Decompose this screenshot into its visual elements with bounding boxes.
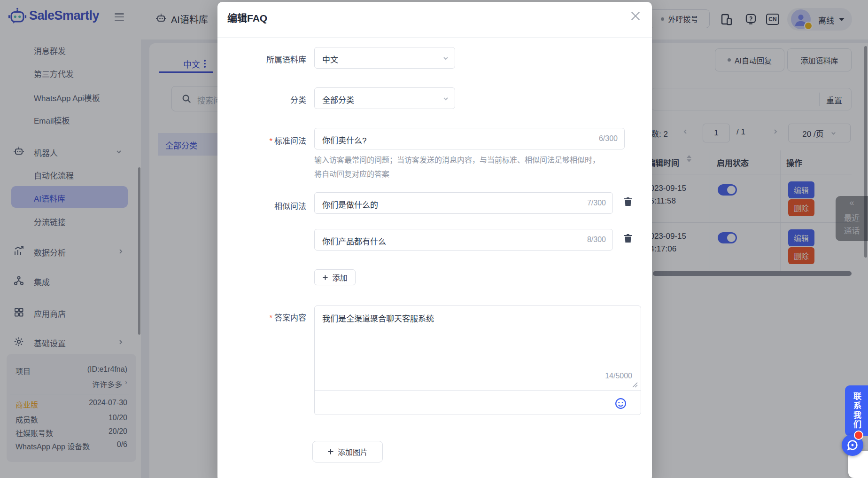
- divider: [315, 390, 641, 391]
- similar-question-label: 相似问法: [225, 200, 306, 212]
- add-similar-question-button[interactable]: 添加: [314, 269, 356, 285]
- edit-faq-modal: 编辑FAQ 所属语料库 中文 分类 全部分类 *标准问法 你们卖什么? 6/30…: [217, 2, 652, 478]
- char-counter: 14/5000: [605, 372, 632, 380]
- corpus-select[interactable]: 中文: [314, 47, 455, 69]
- similar-question-input[interactable]: 你们是做什么的 7/300: [314, 192, 613, 214]
- required-mark: *: [269, 313, 272, 322]
- contact-us-tab[interactable]: 联系我们: [845, 385, 868, 436]
- delete-similar-question-icon[interactable]: [622, 232, 634, 245]
- category-select[interactable]: 全部分类: [314, 87, 455, 109]
- resize-handle-icon[interactable]: [631, 381, 638, 388]
- close-icon[interactable]: [629, 9, 642, 23]
- chevron-down-icon: [442, 55, 449, 62]
- similar-question-input[interactable]: 你们产品都有什么 8/300: [314, 229, 613, 251]
- standard-question-label: *标准问法: [225, 134, 306, 146]
- corpus-field-label: 所属语料库: [225, 53, 306, 65]
- category-field-label: 分类: [225, 94, 306, 105]
- notification-dot: [854, 431, 863, 440]
- char-counter: 7/300: [587, 199, 606, 207]
- delete-similar-question-icon[interactable]: [622, 196, 634, 209]
- app-root: SaleSmartly 消息群发 第三方代发 WhatsApp Api模板 Em…: [0, 0, 868, 478]
- emoji-picker-icon[interactable]: [614, 397, 627, 410]
- plus-icon: [322, 274, 328, 281]
- answer-label: *答案内容: [225, 311, 306, 323]
- char-counter: 6/300: [599, 134, 618, 143]
- plus-icon: [327, 448, 334, 455]
- standard-question-helper: 输入访客最常问的问题；当访客发送的消息内容，与当前标准、相似问法足够相似时， 将…: [314, 153, 620, 181]
- char-counter: 8/300: [587, 235, 606, 244]
- divider: [217, 37, 652, 38]
- add-image-button[interactable]: 添加图片: [312, 441, 383, 462]
- chevron-down-icon: [442, 95, 449, 102]
- standard-question-input[interactable]: 你们卖什么? 6/300: [314, 128, 625, 149]
- modal-title: 编辑FAQ: [227, 10, 267, 24]
- required-mark: *: [269, 137, 272, 146]
- answer-textarea[interactable]: 我们是全渠道聚合聊天客服系统 14/5000: [314, 306, 641, 415]
